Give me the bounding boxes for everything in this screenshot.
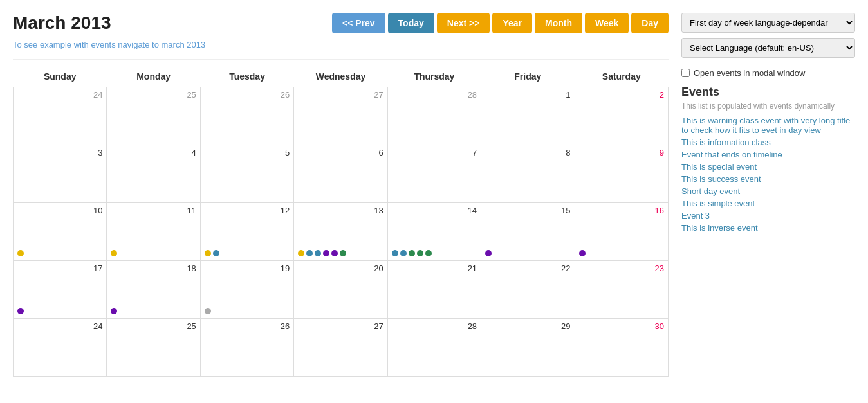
calendar-header: March 2013 << Prev Today Next >> Year Mo… [13, 13, 669, 33]
event-links: This is warning class event with very lo… [681, 116, 855, 233]
calendar-cell[interactable]: 26 [200, 319, 293, 377]
calendar-cell[interactable]: 6 [294, 145, 387, 203]
event-link[interactable]: This is simple event [681, 199, 855, 208]
calendar-cell[interactable]: 12 [200, 203, 293, 261]
calendar-cell[interactable]: 15 [481, 203, 575, 261]
calendar-cell[interactable]: 4 [107, 145, 200, 203]
calendar-cell[interactable]: 28 [387, 87, 481, 145]
calendar-table: SundayMondayTuesdayWednesdayThursdayFrid… [13, 66, 669, 377]
prev-button[interactable]: << Prev [332, 13, 385, 33]
day-number: 27 [298, 90, 383, 100]
purple-dot [17, 308, 24, 314]
calendar-cell[interactable]: 1 [481, 87, 575, 145]
calendar-cell[interactable]: 14 [387, 203, 481, 261]
day-number: 22 [485, 264, 570, 273]
calendar-cell[interactable]: 3 [14, 145, 107, 203]
modal-checkbox[interactable] [681, 69, 690, 77]
sidebar: First day of week language-dependar Sele… [681, 13, 855, 377]
calendar-cell[interactable]: 10 [14, 203, 107, 261]
calendar-cell[interactable]: 11 [107, 203, 200, 261]
day-header-saturday: Saturday [575, 66, 668, 87]
day-number: 3 [17, 148, 102, 157]
next-button[interactable]: Next >> [437, 13, 490, 33]
day-number: 13 [298, 206, 383, 215]
purple-dot [579, 250, 586, 256]
event-link[interactable]: This is success event [681, 174, 855, 184]
day-number: 29 [485, 321, 570, 331]
calendar-cell[interactable]: 25 [107, 319, 200, 377]
day-button[interactable]: Day [631, 13, 669, 33]
event-link[interactable]: This is special event [681, 162, 855, 172]
calendar-cell[interactable]: 7 [387, 145, 481, 203]
day-number: 30 [579, 321, 664, 331]
event-dots [205, 250, 219, 256]
calendar-cell[interactable]: 20 [294, 261, 387, 319]
calendar-cell[interactable]: 2 [575, 87, 668, 145]
modal-checkbox-row: Open events in modal window [681, 68, 855, 78]
week-button[interactable]: Week [585, 13, 629, 33]
calendar-cell[interactable]: 23 [575, 261, 668, 319]
week-row: 242526272812 [14, 87, 669, 145]
calendar-cell[interactable]: 16 [575, 203, 668, 261]
green-dot [425, 250, 432, 256]
calendar-cell[interactable]: 9 [575, 145, 668, 203]
calendar-cell[interactable]: 24 [14, 319, 107, 377]
calendar-cell[interactable]: 28 [387, 319, 481, 377]
event-link[interactable]: This is inverse event [681, 223, 855, 233]
first-day-select[interactable]: First day of week language-dependar [681, 13, 855, 33]
calendar-cell[interactable]: 25 [107, 87, 200, 145]
day-number: 26 [205, 90, 290, 100]
event-link[interactable]: Event 3 [681, 211, 855, 220]
day-number: 15 [485, 206, 570, 215]
calendar-cell[interactable]: 17 [14, 261, 107, 319]
yellow-dot [298, 250, 304, 256]
calendar-cell[interactable]: 26 [200, 87, 293, 145]
calendar-cell[interactable]: 18 [107, 261, 200, 319]
week-row: 24252627282930 [14, 319, 669, 377]
purple-dot [111, 308, 117, 314]
today-button[interactable]: Today [388, 13, 434, 33]
calendar-cell[interactable]: 24 [14, 87, 107, 145]
language-select[interactable]: Select Language (default: en-US) [681, 38, 855, 58]
calendar-cell[interactable]: 30 [575, 319, 668, 377]
calendar-cell[interactable]: 22 [481, 261, 575, 319]
event-link[interactable]: This is information class [681, 138, 855, 147]
day-number: 25 [111, 321, 196, 331]
blue-dot [306, 250, 313, 256]
calendar-cell[interactable]: 8 [481, 145, 575, 203]
week-row: 10111213141516 [14, 203, 669, 261]
blue-dot [400, 250, 407, 256]
calendar-cell[interactable]: 21 [387, 261, 481, 319]
calendar-cell[interactable]: 19 [200, 261, 293, 319]
month-button[interactable]: Month [535, 13, 582, 33]
day-number: 20 [298, 264, 383, 273]
day-number: 1 [485, 90, 570, 100]
event-link[interactable]: Event that ends on timeline [681, 150, 855, 159]
event-link[interactable]: This is warning class event with very lo… [681, 116, 855, 135]
calendar-cell[interactable]: 13 [294, 203, 387, 261]
day-number: 16 [579, 206, 664, 215]
calendar-cell[interactable]: 29 [481, 319, 575, 377]
day-number: 17 [17, 264, 102, 273]
calendar-cell[interactable]: 27 [294, 319, 387, 377]
calendar-cell[interactable]: 5 [200, 145, 293, 203]
green-dot [340, 250, 346, 256]
purple-dot [485, 250, 492, 256]
event-dots [17, 308, 24, 314]
day-number: 4 [111, 148, 196, 157]
day-header-tuesday: Tuesday [200, 66, 293, 87]
nav-buttons: << Prev Today Next >> Year Month Week Da… [332, 13, 669, 33]
day-number: 27 [298, 321, 383, 331]
day-number: 24 [17, 321, 102, 331]
events-title: Events [681, 85, 855, 99]
day-number: 26 [205, 321, 290, 331]
day-number: 25 [111, 90, 196, 100]
week-row: 17181920212223 [14, 261, 669, 319]
day-number: 21 [392, 264, 477, 273]
day-header-monday: Monday [107, 66, 200, 87]
event-link[interactable]: Short day event [681, 186, 855, 196]
calendar-cell[interactable]: 27 [294, 87, 387, 145]
green-dot [417, 250, 423, 256]
blue-dot [213, 250, 219, 256]
year-button[interactable]: Year [492, 13, 532, 33]
